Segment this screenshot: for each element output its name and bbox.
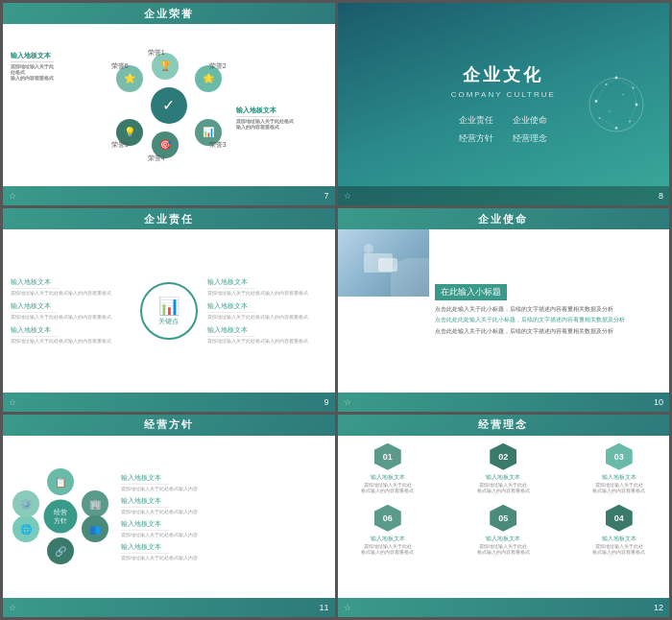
hex-shape-03: 03: [606, 443, 633, 470]
slide-9-title: 企业责任: [144, 212, 194, 227]
hex-06: 06 输入地板文本 震惊地址输入关于此处格式输入的内容着重格式: [344, 505, 433, 556]
hex-text-02: 输入地板文本: [486, 473, 520, 482]
slide-10-image: [338, 229, 429, 297]
slide-9: 企业责任 输入地板文本 震惊地址输入关于此处格式输入的内容着重格式 输入地板文本…: [3, 208, 335, 411]
text-item-s6: 输入地板文本 震惊地址输入关于此处格式输入的内容着重格式: [207, 325, 327, 344]
cg-item-tr: 🏢: [82, 490, 108, 517]
petal-label-3: 荣誉3: [209, 140, 227, 150]
globe-graphic: [583, 71, 650, 138]
svg-line-13: [634, 87, 637, 105]
slide-7-topbar: 企业荣誉: [3, 3, 335, 24]
slide-10-right: 在此输入小标题 点击此处输入关于此小标题，后续的文字描述内容着重相关数据及分析 …: [429, 229, 670, 392]
slide-9-bottom: ☆ 9: [3, 393, 335, 412]
petal-label-5: 荣誉5: [111, 140, 129, 150]
hex-05: 05 输入地板文本 震惊地址输入关于此处格式输入的内容着重格式: [459, 505, 548, 556]
petal-label-1: 荣誉1: [148, 48, 165, 58]
slide-10-bottom: ☆ 10: [338, 393, 670, 412]
slide-11-title: 经营方针: [144, 417, 194, 432]
slide-11: 经营方针 经营方针 📋 🏢 👥 🔗 🌐 ⚙️: [3, 415, 335, 617]
hex-text-05: 输入地板文本: [486, 535, 520, 543]
para-3: 点击此处输入关于此小标题，后续的文字描述内容着重相关数据及分析: [435, 327, 664, 335]
text-block-3: 输入地板文本 震惊地址输入关于此处格式 输入的内容着重格式: [11, 51, 54, 81]
hex-row-top: 01 输入地板文本 震惊地址输入关于此处格式输入的内容着重格式 02 输入地板文…: [344, 443, 664, 494]
hex-subtext-05: 震惊地址输入关于此处格式输入的内容着重格式: [477, 543, 530, 556]
cg-item-bl: 🌐: [12, 515, 39, 542]
cg-item-bot: 🔗: [47, 537, 74, 564]
svg-line-16: [630, 105, 636, 122]
slide-8-content: 企业文化 COMPANY CULTRUE 企业责任 企业使命 经营方针 经营理念: [338, 3, 670, 205]
slide-12-body: 01 输入地板文本 震惊地址输入关于此处格式输入的内容着重格式 02 输入地板文…: [338, 436, 670, 598]
center-icon-box: 📊 关键点: [140, 282, 198, 340]
text-item-s2: 输入地板文本 震惊地址输入关于此处格式输入的内容着重格式: [11, 301, 131, 320]
slide-9-body: 输入地板文本 震惊地址输入关于此处格式输入的内容着重格式 输入地板文本 震惊地址…: [3, 229, 335, 392]
hex-shape-01: 01: [374, 443, 401, 470]
slide-7-bottom: ☆ 7: [3, 186, 335, 205]
slide-10: 企业使命 在此输入小标题 点击此处输入关于此小标题，后续的文字描述内容着重相关数…: [338, 208, 670, 411]
hex-text-03: 输入地板文本: [602, 473, 636, 482]
svg-point-20: [364, 244, 373, 253]
svg-point-0: [589, 78, 643, 131]
svg-line-15: [596, 84, 607, 102]
slide-11-body: 经营方针 📋 🏢 👥 🔗 🌐 ⚙️ 输入地板文本 震惊地址输: [3, 436, 335, 598]
menu-item-2: 企业使命: [513, 114, 547, 127]
slide-12-title: 经营理念: [478, 417, 528, 432]
t11-4: 输入地板文本 震惊地址输入关于此处格式输入内容: [121, 542, 330, 560]
slide-10-topbar: 企业使命: [338, 208, 670, 229]
para-2: 点击此处此处输入关于此小标题，后续的文字描述内容着重相关数据及分析: [435, 316, 664, 323]
text-block-6: 输入地板文本 震惊地址输入关于此处格式 输入的内容着重格式: [236, 106, 294, 130]
slide-7: 企业荣誉 输入地板文本 震惊地址输入关于此处格式 输入的内容着重格式 输入地板文…: [3, 3, 335, 205]
hex-shape-06: 06: [374, 505, 401, 532]
menu-item-1: 企业责任: [459, 114, 493, 127]
hex-subtext-02: 震惊地址输入关于此处格式输入的内容着重格式: [477, 482, 530, 494]
cg-item-br: 👥: [82, 515, 108, 542]
para-1: 点击此处输入关于此小标题，后续的文字描述内容着重相关数据及分析: [435, 305, 664, 313]
slide-11-topbar: 经营方针: [3, 415, 335, 436]
slide-12: 经营理念 01 输入地板文本 震惊地址输入关于此处格式输入的内容着重格式 02 …: [338, 415, 670, 617]
slide-8: 企业文化 COMPANY CULTRUE 企业责任 企业使命 经营方针 经营理念: [338, 3, 670, 205]
hex-03: 03 输入地板文本 震惊地址输入关于此处格式输入的内容着重格式: [575, 443, 664, 494]
circle-group: 经营方针 📋 🏢 👥 🔗 🌐 ⚙️: [8, 464, 113, 569]
petal-label-6: 荣誉6: [111, 61, 129, 71]
cg-center: 经营方针: [44, 500, 78, 534]
text-item-s3: 输入地板文本 震惊地址输入关于此处格式输入的内容着重格式: [11, 325, 131, 344]
svg-line-14: [607, 78, 617, 84]
slide-10-body: 在此输入小标题 点击此处输入关于此小标题，后续的文字描述内容着重相关数据及分析 …: [338, 229, 670, 392]
svg-point-10: [622, 93, 623, 94]
hex-shape-05: 05: [490, 505, 516, 532]
slide-8-bottom: ☆ 8: [338, 186, 670, 205]
hex-subtext-06: 震惊地址输入关于此处格式输入的内容着重格式: [361, 543, 414, 556]
slide-grid: 企业荣誉 输入地板文本 震惊地址输入关于此处格式 输入的内容着重格式 输入地板文…: [0, 0, 672, 620]
slide-9-topbar: 企业责任: [3, 208, 335, 229]
slide-10-title: 企业使命: [478, 212, 528, 227]
hex-text-04: 输入地板文本: [602, 535, 636, 543]
petal-label-4: 荣誉4: [148, 154, 165, 163]
cg-item-top: 📋: [47, 468, 74, 495]
slide-10-subtitle: 在此输入小标题: [435, 284, 507, 300]
right-text-list: 输入地板文本 震惊地址输入关于此处格式输入的内容着重格式 输入地板文本 震惊地址…: [207, 277, 327, 344]
text-item-s4: 输入地板文本 震惊地址输入关于此处格式输入的内容着重格式: [207, 277, 327, 296]
cg-item-tl: ⚙️: [12, 490, 39, 517]
t11-3: 输入地板文本 震惊地址输入关于此处格式输入内容: [121, 519, 330, 537]
svg-point-11: [609, 110, 610, 111]
text-item-s5: 输入地板文本 震惊地址输入关于此处格式输入的内容着重格式: [207, 301, 327, 320]
t11-1: 输入地板文本 震惊地址输入关于此处格式输入内容: [121, 473, 330, 491]
hex-subtext-01: 震惊地址输入关于此处格式输入的内容着重格式: [361, 482, 414, 494]
slide-7-content: 输入地板文本 震惊地址输入关于此处格式 输入的内容着重格式 输入地板文本 震惊地…: [3, 24, 335, 186]
hex-02: 02 输入地板文本 震惊地址输入关于此处格式输入的内容着重格式: [459, 443, 548, 494]
petal-label-2: 荣誉2: [209, 61, 227, 71]
flower-center: ✓: [151, 87, 187, 124]
flower-chart: 🏆 🌟 📊 🎯 💡 ⭐ ✓ 荣誉1 荣誉2 荣誉3 荣誉4 荣誉5 荣誉6: [111, 48, 227, 163]
slide-12-topbar: 经营理念: [338, 415, 670, 436]
slide-11-bottom: ☆ 11: [3, 598, 335, 617]
slide-8-subtitle: COMPANY CULTRUE: [451, 90, 556, 99]
menu-item-4: 经营理念: [513, 132, 547, 145]
hex-row-bottom: 06 输入地板文本 震惊地址输入关于此处格式输入的内容着重格式 05 输入地板文…: [344, 505, 664, 556]
hex-text-06: 输入地板文本: [371, 535, 405, 543]
left-text-list: 输入地板文本 震惊地址输入关于此处格式输入的内容着重格式 输入地板文本 震惊地址…: [11, 277, 131, 344]
menu-item-3: 经营方针: [459, 132, 493, 145]
slide-11-texts: 输入地板文本 震惊地址输入关于此处格式输入内容 输入地板文本 震惊地址输入关于此…: [113, 473, 330, 560]
hex-04: 04 输入地板文本 震惊地址输入关于此处格式输入的内容着重格式: [575, 505, 664, 556]
t11-2: 输入地板文本 震惊地址输入关于此处格式输入内容: [121, 496, 330, 514]
text-item-s1: 输入地板文本 震惊地址输入关于此处格式输入的内容着重格式: [11, 277, 131, 296]
slide-7-title: 企业荣誉: [144, 7, 194, 21]
